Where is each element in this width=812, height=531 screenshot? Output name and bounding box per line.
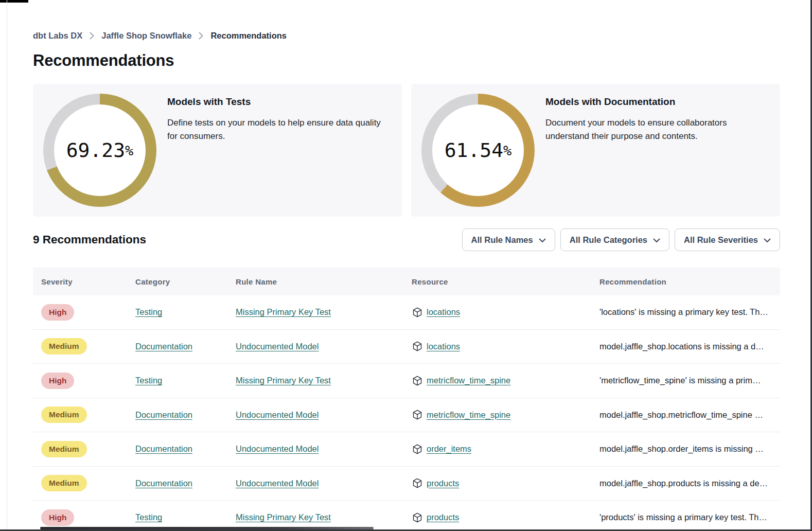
table-row: Medium Documentation Undocumented Model …: [33, 330, 780, 364]
resource-link[interactable]: products: [427, 512, 459, 522]
column-header-category: Category: [135, 277, 236, 286]
cube-icon: [412, 477, 423, 489]
documentation-donut-chart: 61.54%: [421, 94, 535, 207]
category-link[interactable]: Documentation: [135, 342, 192, 351]
resource-link[interactable]: locations: [427, 307, 460, 317]
category-link[interactable]: Documentation: [135, 479, 192, 488]
models-with-tests-card: 69.23% Models with Tests Define tests on…: [33, 84, 402, 217]
list-toolbar: 9 Recommendations All Rule Names All Rul…: [33, 228, 780, 251]
resource-link[interactable]: locations: [427, 342, 460, 351]
filters: All Rule Names All Rule Categories All R…: [462, 228, 780, 251]
cube-icon: [412, 444, 423, 455]
chevron-down-icon: [764, 235, 771, 245]
tests-donut-chart: 69.23%: [43, 94, 156, 207]
resource-link[interactable]: metricflow_time_spine: [427, 376, 510, 385]
rule-name-link[interactable]: Undocumented Model: [236, 410, 319, 419]
category-link[interactable]: Documentation: [135, 410, 192, 419]
column-header-recommendation: Recommendation: [599, 277, 780, 286]
rule-name-link[interactable]: Missing Primary Key Test: [236, 512, 331, 522]
severity-badge: High: [41, 509, 74, 526]
chevron-down-icon: [653, 235, 660, 245]
table-row: Medium Documentation Undocumented Model …: [33, 398, 780, 433]
table-row: Medium Documentation Undocumented Model …: [33, 467, 780, 501]
chevron-right-icon: [199, 32, 203, 40]
table-row: High Testing Missing Primary Key Test lo…: [33, 295, 780, 330]
column-header-severity: Severity: [41, 277, 135, 286]
recommendation-text: 'metricflow_time_spine' is missing a pri…: [599, 376, 780, 385]
breadcrumb-item-jaffle-shop-snowflake[interactable]: Jaffle Shop Snowflake: [101, 31, 191, 41]
cube-icon: [412, 341, 423, 352]
column-header-rule-name: Rule Name: [236, 277, 412, 286]
card-title: Models with Documentation: [545, 96, 768, 108]
rule-names-filter-dropdown[interactable]: All Rule Names: [462, 228, 555, 251]
card-description: Define tests on your models to help ensu…: [167, 116, 390, 143]
cube-icon: [412, 512, 423, 523]
window-edge-fragment: [0, 0, 28, 3]
metric-cards: 69.23% Models with Tests Define tests on…: [33, 84, 780, 217]
table-row: High Testing Missing Primary Key Test pr…: [33, 501, 780, 531]
rule-severities-filter-dropdown[interactable]: All Rule Severities: [675, 228, 780, 251]
cube-icon: [412, 409, 423, 420]
recommendation-text: model.jaffle_shop.products is missing a …: [599, 479, 780, 488]
recommendation-text: 'locations' is missing a primary key tes…: [599, 307, 780, 317]
models-with-documentation-card: 61.54% Models with Documentation Documen…: [411, 84, 780, 217]
card-description: Document your models to ensure collabora…: [545, 116, 735, 143]
documentation-percentage: 61.54%: [445, 139, 512, 162]
breadcrumb-item-recommendations: Recommendations: [210, 31, 287, 41]
rule-name-link[interactable]: Undocumented Model: [236, 444, 319, 453]
tests-percentage: 69.23%: [66, 139, 134, 162]
recommendation-text: model.jaffle_shop.order_items is missing…: [599, 444, 780, 454]
rule-name-link[interactable]: Missing Primary Key Test: [236, 307, 331, 316]
category-link[interactable]: Testing: [135, 307, 162, 316]
resource-link[interactable]: metricflow_time_spine: [427, 410, 510, 420]
recommendations-count: 9 Recommendations: [33, 233, 146, 246]
resource-link[interactable]: order_items: [427, 444, 471, 454]
rule-name-link[interactable]: Missing Primary Key Test: [236, 376, 331, 385]
chevron-right-icon: [90, 32, 94, 40]
severity-badge: High: [41, 304, 74, 321]
recommendation-text: 'products' is missing a primary key test…: [599, 512, 780, 522]
recommendation-text: model.jaffle_shop.locations is missing a…: [599, 342, 780, 351]
recommendation-text: model.jaffle_shop.metricflow_time_spine …: [599, 410, 780, 420]
recommendations-page: dbt Labs DX Jaffle Shop Snowflake Recomm…: [33, 0, 780, 531]
cube-icon: [412, 375, 423, 386]
rule-categories-filter-dropdown[interactable]: All Rule Categories: [560, 228, 669, 251]
table-body: High Testing Missing Primary Key Test lo…: [33, 295, 780, 531]
table-header: Severity Category Rule Name Resource Rec…: [33, 268, 780, 295]
card-title: Models with Tests: [167, 96, 390, 108]
resource-link[interactable]: products: [427, 479, 459, 488]
rule-name-link[interactable]: Undocumented Model: [236, 342, 319, 351]
category-link[interactable]: Testing: [135, 376, 162, 385]
chevron-down-icon: [539, 235, 546, 245]
table-row: Medium Documentation Undocumented Model …: [33, 432, 780, 467]
severity-badge: Medium: [41, 338, 87, 355]
category-link[interactable]: Documentation: [135, 444, 192, 453]
cube-icon: [412, 307, 423, 318]
recommendations-table: Severity Category Rule Name Resource Rec…: [33, 268, 780, 531]
breadcrumb-item-dbt-labs-dx[interactable]: dbt Labs DX: [33, 31, 82, 41]
column-header-resource: Resource: [412, 277, 599, 286]
severity-badge: High: [41, 373, 74, 389]
breadcrumb: dbt Labs DX Jaffle Shop Snowflake Recomm…: [33, 31, 780, 41]
severity-badge: Medium: [41, 475, 87, 491]
category-link[interactable]: Testing: [135, 512, 162, 522]
rule-name-link[interactable]: Undocumented Model: [236, 479, 319, 488]
left-divider-line: [7, 0, 7, 531]
severity-badge: Medium: [41, 406, 87, 423]
severity-badge: Medium: [41, 441, 87, 457]
page-title: Recommendations: [33, 51, 780, 70]
table-row: High Testing Missing Primary Key Test me…: [33, 364, 780, 398]
